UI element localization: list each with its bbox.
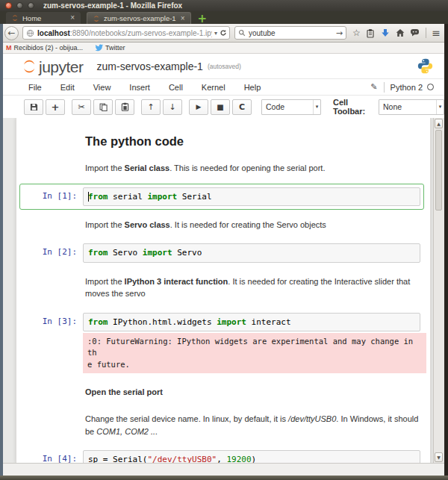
input-prompt: In [3]: — [23, 313, 83, 326]
window-titlebar: zum-servos-example-1 - Mozilla Firefox — [0, 0, 448, 11]
markdown-body: Import the Serial class. This is needed … — [85, 158, 424, 178]
search-input[interactable]: youtube — [249, 29, 336, 37]
jupyter-logo[interactable]: jupyter — [21, 58, 84, 75]
cell-list: The python codeImport the Serial class. … — [19, 125, 424, 463]
scroll-up-button[interactable]: ▲ — [435, 119, 443, 128]
search-go-icon[interactable]: → — [336, 28, 343, 38]
cell-type-select[interactable]: Code ▾ — [261, 99, 321, 115]
cell-type-value: Code — [266, 102, 284, 111]
site-globe-icon — [26, 29, 34, 37]
menu-view[interactable]: View — [93, 83, 111, 92]
window-close-button[interactable] — [5, 2, 12, 9]
search-bar[interactable]: youtube → — [234, 26, 346, 40]
bookmark-label: Recibidos (2) - obijua... — [14, 44, 84, 52]
markdown-cell[interactable]: The python code — [19, 125, 424, 155]
cut-cell-button[interactable]: ✂ — [72, 99, 91, 115]
notebook-title[interactable]: zum-servos-example-1 — [97, 60, 203, 72]
markdown-paragraph: Change the serial device name. In linux,… — [85, 413, 423, 437]
code-cell[interactable]: In [1]:from serial import Serial — [19, 184, 424, 210]
window-minimize-button[interactable] — [16, 2, 23, 9]
code-cell[interactable]: In [2]:from Servo import Servo — [19, 240, 424, 266]
code-cell[interactable]: In [3]:from IPython.html.widgets import … — [19, 309, 424, 377]
code-input-row: In [2]:from Servo import Servo — [23, 243, 420, 262]
bookmark-twitter[interactable]: Twitter — [95, 44, 125, 52]
divider — [384, 82, 385, 93]
paste-cell-button[interactable] — [115, 99, 134, 115]
downloads-icon[interactable] — [381, 28, 390, 37]
markdown-cell[interactable]: Import the IPython 3 interact function. … — [19, 268, 424, 308]
menu-icon[interactable]: ≡ — [432, 28, 441, 38]
tab-home[interactable]: Home × — [6, 12, 81, 24]
code-input[interactable]: from IPython.html.widgets import interac… — [83, 313, 420, 331]
reload-icon[interactable] — [220, 29, 227, 37]
window-frame-left — [0, 24, 3, 476]
window-maximize-button[interactable] — [28, 2, 34, 9]
bookmark-label: Twitter — [105, 44, 125, 52]
code-cell[interactable]: In [4]:sp = Serial("/dev/ttyUSB0", 19200… — [19, 446, 424, 463]
code-input[interactable]: from Servo import Servo — [83, 243, 420, 262]
scrollbar[interactable]: ▲ ▼ — [433, 118, 444, 463]
markdown-cell[interactable]: Change the serial device name. In linux,… — [19, 405, 424, 445]
markdown-cell[interactable]: Import the Servo class. It is needed for… — [19, 211, 424, 239]
notebook-scroll-area[interactable]: The python codeImport the Serial class. … — [3, 118, 444, 463]
add-cell-button[interactable]: + — [46, 99, 65, 115]
scroll-down-button[interactable]: ▼ — [435, 452, 443, 462]
kernel-indicator-area: ✎ Python 2 — [370, 79, 434, 95]
url-bar[interactable]: localhost:8890/notebooks/zum-servos-exam… — [22, 26, 230, 40]
bookmark-star-icon[interactable]: ☆ — [352, 28, 361, 37]
code-input[interactable]: from serial import Serial — [83, 187, 420, 206]
stderr-output: :0: FutureWarning: IPython widgets are e… — [83, 333, 426, 373]
code-input-row: In [4]:sp = Serial("/dev/ttyUSB0", 19200… — [23, 450, 420, 463]
gmail-icon: M — [6, 44, 12, 52]
run-cell-button[interactable]: ▶ — [189, 99, 208, 115]
browser-content: jupyter zum-servos-example-1 (autosaved)… — [3, 54, 444, 476]
move-cell-down-button[interactable]: ↓ — [163, 99, 182, 115]
tab-close-icon[interactable]: × — [180, 15, 186, 22]
nav-actions: ☆ ≡ — [352, 28, 441, 38]
url-host: localhost — [37, 29, 70, 37]
python-logo-icon — [417, 57, 434, 75]
toolbar-divider — [426, 28, 426, 38]
jupyter-brand-text: jupyter — [39, 60, 84, 75]
menu-kernel[interactable]: Kernel — [202, 83, 225, 92]
url-dropdown-icon[interactable]: ▾ — [212, 30, 220, 37]
menu-cell[interactable]: Cell — [169, 83, 183, 92]
restart-kernel-button[interactable]: C — [232, 99, 252, 115]
window-frame-bottom — [0, 476, 448, 480]
markdown-paragraph: Import the Serial class. This is needed … — [85, 162, 423, 175]
jupyter-logo-icon — [21, 58, 37, 75]
code-line: from serial import Serial — [88, 191, 415, 202]
save-button[interactable] — [24, 99, 43, 115]
menu-help[interactable]: Help — [244, 83, 261, 92]
markdown-body: The python code — [85, 129, 424, 151]
cell-toolbar-select[interactable]: None ▾ — [379, 99, 444, 115]
markdown-cell[interactable]: Import the Serial class. This is needed … — [19, 155, 424, 182]
hello-chat-icon[interactable] — [410, 28, 420, 37]
scrollbar-thumb[interactable] — [435, 130, 442, 211]
copy-icon — [99, 103, 108, 111]
tab-label: Home — [22, 14, 66, 22]
bookmark-gmail[interactable]: M Recibidos (2) - obijua... — [6, 44, 83, 52]
tab-notebook[interactable]: zum-servos-example-1 × — [87, 12, 191, 24]
tab-label: zum-servos-example-1 — [104, 14, 176, 22]
select-caret-icon: ▾ — [436, 100, 444, 114]
interrupt-kernel-button[interactable]: ■ — [211, 99, 230, 115]
home-icon[interactable] — [396, 28, 405, 37]
bookmarks-menu-icon[interactable] — [366, 28, 375, 38]
new-tab-button[interactable]: + — [197, 13, 207, 24]
markdown-cell[interactable]: Open the serial port — [19, 378, 424, 406]
menu-edit[interactable]: Edit — [60, 83, 75, 92]
move-cell-up-button[interactable]: ↑ — [141, 99, 161, 115]
code-line: from IPython.html.widgets import interac… — [88, 317, 415, 328]
select-caret-icon: ▾ — [313, 100, 320, 114]
menu-file[interactable]: File — [28, 83, 42, 92]
copy-cell-button[interactable] — [93, 99, 113, 115]
input-prompt: In [2]: — [23, 243, 83, 257]
markdown-paragraph: Open the serial port — [85, 386, 423, 399]
paste-icon — [121, 102, 129, 111]
back-button[interactable]: ← — [4, 26, 19, 40]
menu-insert[interactable]: Insert — [129, 83, 150, 92]
code-input[interactable]: sp = Serial("/dev/ttyUSB0", 19200) — [83, 450, 420, 463]
tab-close-icon[interactable]: × — [69, 14, 75, 22]
search-icon — [238, 29, 246, 37]
